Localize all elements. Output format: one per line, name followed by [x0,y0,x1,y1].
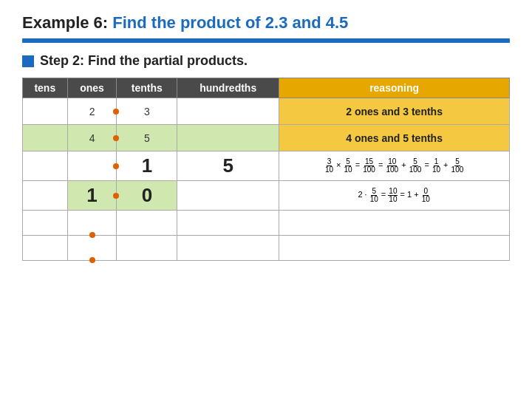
col-tenths: tenths [117,78,177,98]
decimal-dot-c1 [113,163,119,169]
cell-r1-ones: 2 [67,98,117,125]
cell-r2-hundredths [177,125,279,151]
table-wrapper: tens ones tenths hundredths reasoning 2 … [22,78,510,261]
table-header-row: tens ones tenths hundredths reasoning [23,78,510,98]
decimal-dot-c2 [113,193,119,199]
step-text: Step 2: Find the partial products. [40,53,248,69]
page: Example 6: Find the product of 2.3 and 4… [0,0,532,399]
formula-1: 310 × 510 = 15100 = 10100 + 5100 = 110 [281,158,508,174]
decimal-dot-r1 [113,109,119,115]
cell-r2-ones: 4 [67,125,117,151]
col-reasoning: reasoning [279,78,510,98]
table-row: 1 5 310 × 510 = 15100 [23,151,510,181]
cell-c1-tenths: 1 [117,151,177,181]
cell-c2-ones: 1 [67,181,117,211]
value-5: 5 [222,154,233,177]
title-main: Find the product of 2.3 and 4.5 [112,13,348,32]
value-ones-1: 1 [86,184,97,206]
table-row: 1 0 2 · 510 = 1010 [23,181,510,211]
col-tens: tens [23,78,68,98]
decimal-dot-r2 [113,135,119,141]
decimal-dot-e1 [89,232,95,238]
cell-c2-reasoning: 2 · 510 = 1010 = 1 + 010 [279,181,510,211]
col-hundredths: hundredths [177,78,279,98]
page-title: Example 6: Find the product of 2.3 and 4… [22,13,510,33]
cell-r2-reasoning: 4 ones and 5 tenths [279,125,510,151]
step-label: Step 2: Find the partial products. [22,53,510,69]
table-row: 2 3 2 ones and 3 tenths [23,98,510,125]
cell-c2-tens [23,181,68,211]
cell-c1-hundredths: 5 [177,151,279,181]
cell-r2-tenths: 5 [117,125,177,151]
bullet-icon [22,55,34,67]
cell-c2-hundredths [177,181,279,211]
cell-c2-tenths: 0 [117,181,177,211]
cell-c1-tens [23,151,68,181]
table-row [23,211,510,236]
value-tens-0: 0 [142,184,152,206]
title-prefix: Example 6: [22,13,112,32]
partial-products-table: tens ones tenths hundredths reasoning 2 … [22,78,510,261]
table-row: 4 5 4 ones and 5 tenths [23,125,510,151]
cell-r1-tenths: 3 [117,98,177,125]
cell-c1-reasoning: 310 × 510 = 15100 = 10100 + 5100 = 110 [279,151,510,181]
cell-r1-reasoning: 2 ones and 3 tenths [279,98,510,125]
cell-r1-tens [23,98,68,125]
formula-2: 2 · 510 = 1010 = 1 + 010 [281,188,508,203]
col-ones: ones [67,78,117,98]
decimal-dot-e2 [89,257,95,263]
table-row [23,236,510,261]
cell-c1-ones [67,151,117,181]
cell-r2-tens [23,125,68,151]
blue-divider [22,38,510,43]
value-1: 1 [142,154,152,177]
cell-r1-hundredths [177,98,279,125]
